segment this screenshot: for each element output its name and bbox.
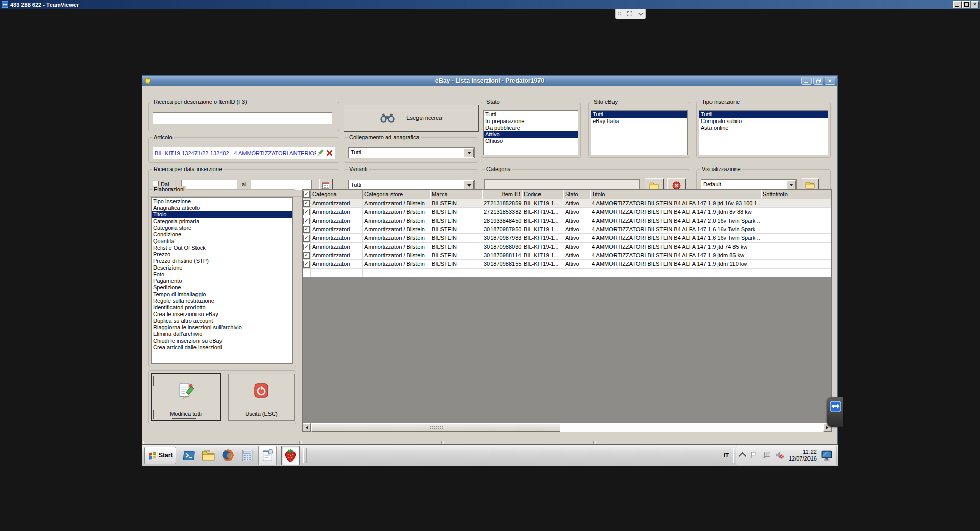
taskbar-powershell-icon[interactable] (182, 449, 195, 462)
dropdown-arrow-icon[interactable] (464, 148, 474, 157)
list-option[interactable]: Categoria store (152, 225, 292, 231)
grid-cell[interactable]: BIL-KIT19-1... (522, 260, 564, 269)
grid-cell[interactable] (761, 251, 831, 260)
list-option[interactable]: Compralo subito (699, 118, 828, 125)
row-checkbox[interactable]: ✓ (303, 218, 310, 224)
row-checkbox[interactable]: ✓ (303, 226, 310, 233)
grid-cell[interactable]: Attivo (564, 260, 590, 269)
grid-cell[interactable]: Ammortizzatori / Bilstein (363, 243, 430, 251)
grid-header-stato[interactable]: Stato (564, 190, 590, 199)
edit-pencil-icon[interactable] (316, 149, 324, 157)
row-checkbox[interactable]: ✓ (303, 261, 310, 268)
grid-cell[interactable]: BIL-KIT19-1... (522, 225, 564, 234)
grid-row[interactable]: ✓AmmortizzatoriAmmortizzatori / Bilstein… (303, 234, 831, 243)
list-option[interactable]: Prezzo di listino (STP) (152, 258, 292, 264)
grid-cell[interactable]: 4 AMMORTIZZATORI BILSTEIN B4 ALFA 147 1.… (590, 225, 761, 234)
grid-cell[interactable]: 4 AMMORTIZZATORI BILSTEIN B4 ALFA 147 1.… (590, 251, 761, 260)
window-minimize-button[interactable] (801, 77, 812, 85)
grid-cell[interactable] (761, 225, 831, 234)
list-option[interactable]: Tipo inserzione (152, 198, 292, 205)
grid-cell[interactable]: Attivo (564, 251, 590, 260)
horizontal-scrollbar[interactable] (303, 423, 831, 432)
grid-cell[interactable]: Attivo (564, 216, 590, 225)
grid-row[interactable]: ✓AmmortizzatoriAmmortizzatori / Bilstein… (303, 216, 831, 225)
grid-check-cell[interactable]: ✓ (303, 243, 311, 251)
show-hidden-icons-chevron[interactable] (739, 452, 747, 461)
grid-cell[interactable]: 272131853382 (482, 208, 522, 216)
list-option[interactable]: Tutti (699, 111, 828, 118)
scroll-left-arrow[interactable] (303, 423, 311, 432)
list-option[interactable]: Crea articoli dalle inserzioni (152, 344, 292, 351)
tipo-inserzione-listbox[interactable]: TuttiCompralo subitoAsta online (699, 110, 828, 155)
taskbar-notepad-button[interactable] (258, 446, 277, 465)
grid-select-all-cell[interactable]: ✓ (303, 190, 311, 199)
grid-cell[interactable]: 301870988155 (482, 260, 522, 269)
grid-cell[interactable] (761, 260, 831, 269)
grid-cell[interactable] (761, 208, 831, 216)
dropdown-arrow-icon[interactable] (464, 181, 474, 190)
taskbar-calculator-icon[interactable] (240, 449, 254, 462)
grid-row[interactable]: ✓AmmortizzatoriAmmortizzatori / Bilstein… (303, 251, 831, 260)
grid-cell[interactable]: BILSTEIN (430, 216, 482, 225)
grid-check-cell[interactable]: ✓ (303, 216, 311, 225)
list-option[interactable]: Riaggiorna le inserzioni sull'archivio (152, 324, 292, 331)
grid-cell[interactable]: Ammortizzatori (311, 216, 363, 225)
elaborazioni-listbox[interactable]: Tipo inserzioneAnagrafica articoloTitolo… (151, 197, 293, 364)
list-option[interactable]: Spedizione (152, 284, 292, 291)
tv-minimize-button[interactable] (953, 1, 962, 8)
grid-check-cell[interactable]: ✓ (303, 208, 311, 216)
grid-cell[interactable]: 4 AMMORTIZZATORI BILSTEIN B4 ALFA 147 1.… (590, 208, 761, 216)
grid-row[interactable]: ✓AmmortizzatoriAmmortizzatori / Bilstein… (303, 243, 831, 251)
teamviewer-toolbar-strip[interactable] (615, 9, 646, 19)
grid-header-categoria-store[interactable]: Categoria store (363, 190, 430, 199)
grid-cell[interactable]: Ammortizzatori / Bilstein (363, 251, 430, 260)
grid-cell[interactable]: BILSTEIN (430, 225, 482, 234)
grid-cell[interactable]: Ammortizzatori (311, 199, 363, 208)
list-option[interactable]: Foto (152, 271, 292, 278)
taskbar-readypro-button[interactable] (281, 446, 300, 465)
list-option[interactable]: Titolo (152, 211, 292, 218)
tv-close-button[interactable]: × (971, 1, 979, 8)
list-option[interactable]: Identificatori prodotto (152, 304, 292, 311)
grid-cell[interactable]: BILSTEIN (430, 199, 482, 208)
list-option[interactable]: Anagrafica articolo (152, 205, 292, 211)
list-option[interactable]: Asta online (699, 125, 828, 131)
uscita-button[interactable]: Uscita (ESC) (228, 374, 295, 421)
row-checkbox[interactable]: ✓ (303, 235, 310, 242)
list-option[interactable]: Attivo (484, 131, 578, 138)
grid-cell[interactable]: 281933848450 (482, 216, 522, 225)
grid-cell[interactable]: BILSTEIN (430, 260, 482, 269)
clear-x-icon[interactable] (326, 149, 333, 157)
window-close-button[interactable]: × (825, 77, 835, 85)
grid-cell[interactable]: 4 AMMORTIZZATORI BILSTEIN B4 ALFA 147 2.… (590, 216, 761, 225)
tv-maximize-button[interactable] (962, 1, 970, 8)
language-indicator[interactable]: IT (720, 452, 733, 458)
grid-cell[interactable]: Ammortizzatori / Bilstein (363, 260, 430, 269)
grid-cell[interactable]: BIL-KIT19-1... (522, 251, 564, 260)
grid-cell[interactable]: Ammortizzatori (311, 225, 363, 234)
window-restore-button[interactable] (813, 77, 823, 85)
grid-cell[interactable]: 301870988114 (482, 251, 522, 260)
grid-cell[interactable]: 301870987983 (482, 234, 522, 243)
grid-cell[interactable]: Ammortizzatori (311, 260, 363, 269)
grid-cell[interactable]: Ammortizzatori / Bilstein (363, 234, 430, 243)
grid-cell[interactable]: Attivo (564, 199, 590, 208)
grid-cell[interactable] (761, 199, 831, 208)
grid-cell[interactable] (761, 234, 831, 243)
grid-check-cell[interactable]: ✓ (303, 234, 311, 243)
taskbar-firefox-icon[interactable] (221, 449, 234, 462)
grid-cell[interactable]: BILSTEIN (430, 234, 482, 243)
start-button[interactable]: Start (144, 447, 176, 464)
chevron-down-icon[interactable] (638, 12, 644, 16)
grid-cell[interactable]: BIL-KIT19-1... (522, 199, 564, 208)
row-checkbox[interactable]: ✓ (303, 244, 310, 250)
list-option[interactable]: Duplica su altro account (152, 318, 292, 324)
grid-cell[interactable]: Attivo (564, 234, 590, 243)
row-checkbox[interactable]: ✓ (303, 209, 310, 215)
row-checkbox[interactable]: ✓ (303, 200, 310, 207)
grid-header-titolo[interactable]: Titolo (590, 190, 761, 199)
grid-cell[interactable]: Ammortizzatori / Bilstein (363, 208, 430, 216)
grid-cell[interactable]: Attivo (564, 208, 590, 216)
list-option[interactable]: Tutti (484, 111, 578, 118)
grid-cell[interactable]: 4 AMMORTIZZATORI BILSTEIN B4 ALFA 147 1.… (590, 243, 761, 251)
